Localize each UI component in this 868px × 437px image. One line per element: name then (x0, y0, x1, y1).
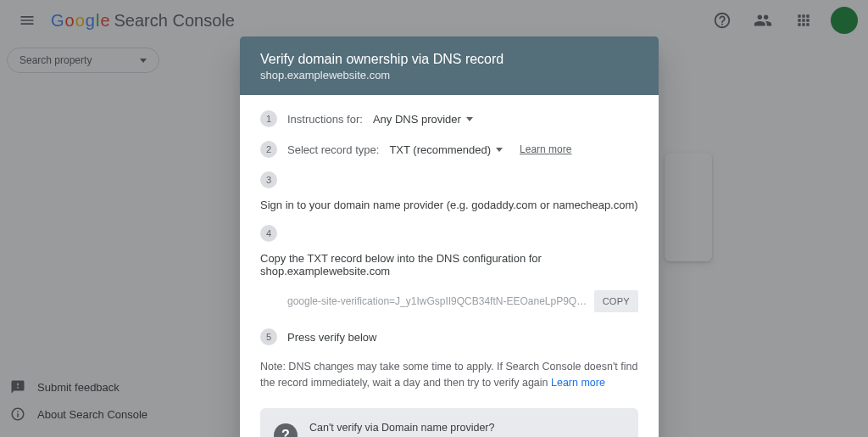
modal-header: Verify domain ownership via DNS record s… (240, 36, 659, 95)
step-5: 5 Press verify below (260, 328, 638, 345)
step-badge: 2 (260, 141, 277, 158)
modal-title: Verify domain ownership via DNS record (260, 52, 638, 67)
modal-domain: shop.examplewebsite.com (260, 69, 638, 81)
step-badge: 1 (260, 110, 277, 127)
txt-record-input[interactable] (287, 288, 587, 315)
record-type-dropdown[interactable]: TXT (recommended) (389, 143, 503, 156)
infobox-title: Can't verify via Domain name provider? (309, 420, 609, 436)
step-5-text: Press verify below (287, 331, 376, 344)
record-type-value: TXT (recommended) (389, 143, 491, 156)
step-2-label: Select record type: (287, 143, 379, 156)
step-4-text: Copy the TXT record below into the DNS c… (260, 252, 638, 277)
txt-record-row: COPY (287, 288, 638, 315)
step-2: 2 Select record type: TXT (recommended) … (260, 141, 638, 158)
step-1-label: Instructions for: (287, 113, 363, 126)
alt-verify-infobox: ? Can't verify via Domain name provider?… (260, 408, 638, 438)
step-badge: 3 (260, 171, 277, 188)
modal-body: 1 Instructions for: Any DNS provider 2 S… (240, 95, 659, 437)
dns-provider-dropdown[interactable]: Any DNS provider (373, 113, 473, 126)
chevron-down-icon (496, 148, 503, 152)
learn-more-link[interactable]: Learn more (520, 143, 571, 155)
verify-ownership-modal: Verify domain ownership via DNS record s… (240, 36, 659, 437)
step-4: 4 Copy the TXT record below into the DNS… (260, 225, 638, 277)
step-badge: 5 (260, 328, 277, 345)
step-badge: 4 (260, 225, 277, 242)
step-3: 3 Sign in to your domain name provider (… (260, 171, 638, 211)
chevron-down-icon (466, 117, 473, 121)
step-3-text: Sign in to your domain name provider (e.… (260, 199, 638, 211)
dns-note: Note: DNS changes may take some time to … (260, 359, 638, 391)
learn-more-link[interactable]: Learn more (551, 377, 605, 389)
infobox-text: Can't verify via Domain name provider? F… (309, 420, 609, 438)
copy-button[interactable]: COPY (594, 290, 638, 312)
help-icon: ? (274, 423, 298, 437)
step-1: 1 Instructions for: Any DNS provider (260, 110, 638, 127)
dns-provider-value: Any DNS provider (373, 113, 461, 126)
